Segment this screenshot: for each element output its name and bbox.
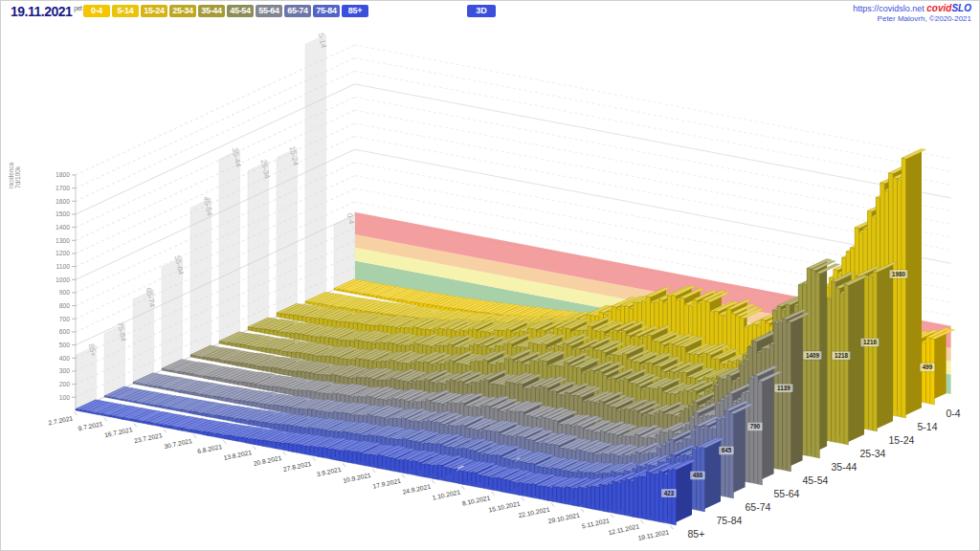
age-button-55-64[interactable]: 55-64 [256, 5, 282, 17]
svg-text:1600: 1600 [56, 198, 70, 205]
svg-text:790: 790 [750, 423, 761, 430]
svg-text:17.9.2021: 17.9.2021 [372, 477, 402, 490]
svg-text:85+: 85+ [688, 528, 705, 540]
svg-text:1300: 1300 [56, 237, 70, 244]
svg-text:1200: 1200 [56, 250, 70, 256]
svg-text:65-74: 65-74 [746, 501, 771, 513]
svg-text:900: 900 [59, 289, 70, 296]
svg-text:10.9.2021: 10.9.2021 [343, 472, 372, 484]
svg-text:1100: 1100 [56, 263, 71, 270]
view-3d-button[interactable]: 3D [467, 5, 496, 17]
svg-text:100: 100 [59, 394, 70, 401]
age-button-25-34[interactable]: 25-34 [169, 5, 196, 17]
brand-block: https://covidslo.net covidSLO Peter Malo… [853, 4, 971, 24]
svg-text:400: 400 [59, 355, 70, 362]
svg-text:2.7.2021: 2.7.2021 [48, 414, 74, 426]
svg-text:1216: 1216 [863, 339, 878, 345]
y-axis: 1002003004005006007008009001000110012001… [8, 162, 76, 410]
incidence-3d-chart: 85+75-8465-7455-6445-5435-4425-3415-245-… [1, 1, 980, 551]
age-button-5-14[interactable]: 5-14 [112, 5, 139, 17]
svg-text:1.10.2021: 1.10.2021 [432, 489, 461, 501]
age-filter-buttons: 0-45-1415-2425-3435-4445-5455-6465-7475-… [83, 5, 368, 17]
age-button-15-24[interactable]: 15-24 [141, 5, 167, 17]
svg-text:22.10.2021: 22.10.2021 [518, 505, 550, 518]
svg-text:5-14: 5-14 [918, 421, 938, 432]
age-button-35-44[interactable]: 35-44 [198, 5, 225, 17]
age-button-0-4[interactable]: 0-4 [83, 5, 110, 17]
svg-text:486: 486 [693, 472, 703, 478]
svg-text:500: 500 [59, 342, 70, 348]
svg-text:9.7.2021: 9.7.2021 [78, 420, 103, 431]
svg-text:3.9.2021: 3.9.2021 [316, 466, 342, 477]
svg-text:25-34: 25-34 [860, 448, 886, 459]
age-button-75-84[interactable]: 75-84 [313, 5, 340, 17]
svg-text:6.8.2021: 6.8.2021 [197, 443, 223, 454]
svg-text:499: 499 [923, 364, 933, 370]
svg-text:1500: 1500 [56, 210, 70, 217]
age-button-65-74[interactable]: 65-74 [284, 5, 311, 17]
svg-text:incidenca: incidenca [8, 162, 14, 188]
svg-text:1409: 1409 [806, 352, 820, 359]
svg-text:1700: 1700 [56, 185, 70, 191]
age-button-85+[interactable]: 85+ [342, 5, 368, 17]
brand-covid: covid [926, 3, 951, 13]
app-window: 85+75-8465-7455-6445-5435-4425-3415-245-… [0, 0, 980, 551]
svg-text:15-24: 15-24 [889, 434, 915, 446]
svg-text:13.8.2021: 13.8.2021 [223, 449, 253, 461]
age-button-45-54[interactable]: 45-54 [227, 5, 254, 17]
svg-text:1139: 1139 [777, 385, 791, 391]
svg-text:0-4: 0-4 [947, 408, 961, 419]
svg-text:645: 645 [722, 447, 732, 453]
svg-text:15.10.2021: 15.10.2021 [488, 500, 521, 514]
svg-text:12.11.2021: 12.11.2021 [608, 522, 640, 536]
svg-text:30.7.2021: 30.7.2021 [164, 437, 193, 450]
svg-text:27.8.2021: 27.8.2021 [282, 460, 312, 473]
svg-text:423: 423 [664, 490, 675, 496]
weekday-suffix: pet [74, 5, 81, 11]
svg-text:29.10.2021: 29.10.2021 [547, 511, 580, 524]
svg-text:200: 200 [59, 381, 70, 387]
svg-text:55-64: 55-64 [774, 488, 800, 499]
svg-text:19.11.2021: 19.11.2021 [637, 528, 670, 541]
svg-text:1980: 1980 [892, 271, 906, 277]
site-link[interactable]: https://covidslo.net [853, 4, 924, 13]
current-date: 19.11.2021pet [11, 4, 82, 19]
credit: Peter Malovrh, ©2020-2021 [853, 14, 971, 24]
brand-slo: SLO [951, 3, 971, 13]
svg-text:700: 700 [59, 316, 70, 322]
svg-text:1400: 1400 [56, 224, 70, 231]
svg-text:1800: 1800 [56, 171, 70, 178]
header: 19.11.2021pet 0-45-1415-2425-3435-4445-5… [1, 1, 979, 22]
svg-text:300: 300 [59, 367, 70, 374]
svg-text:35-44: 35-44 [832, 461, 858, 473]
svg-text:23.7.2021: 23.7.2021 [134, 431, 164, 444]
svg-text:800: 800 [59, 302, 70, 309]
svg-text:8.10.2021: 8.10.2021 [461, 495, 491, 507]
svg-text:1000: 1000 [56, 276, 70, 283]
svg-text:20.8.2021: 20.8.2021 [253, 454, 282, 467]
svg-text:7d/100k: 7d/100k [14, 165, 21, 188]
brand-logo: covidSLO [926, 4, 971, 13]
svg-text:75-84: 75-84 [717, 515, 743, 526]
svg-text:600: 600 [59, 328, 70, 335]
svg-text:5.11.2021: 5.11.2021 [581, 517, 610, 529]
svg-text:16.7.2021: 16.7.2021 [103, 426, 133, 438]
svg-text:24.9.2021: 24.9.2021 [402, 483, 432, 496]
svg-text:45-54: 45-54 [803, 474, 829, 486]
svg-text:1218: 1218 [835, 352, 849, 359]
